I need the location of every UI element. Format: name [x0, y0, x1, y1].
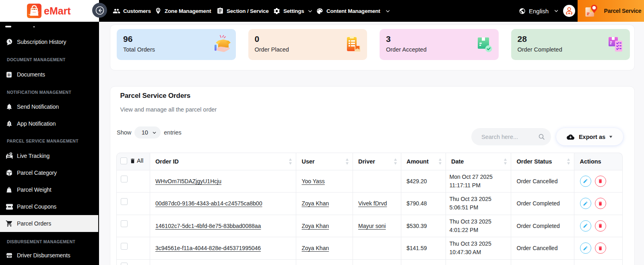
- svg-text:D: D: [8, 73, 10, 77]
- svg-text:2: 2: [8, 122, 10, 125]
